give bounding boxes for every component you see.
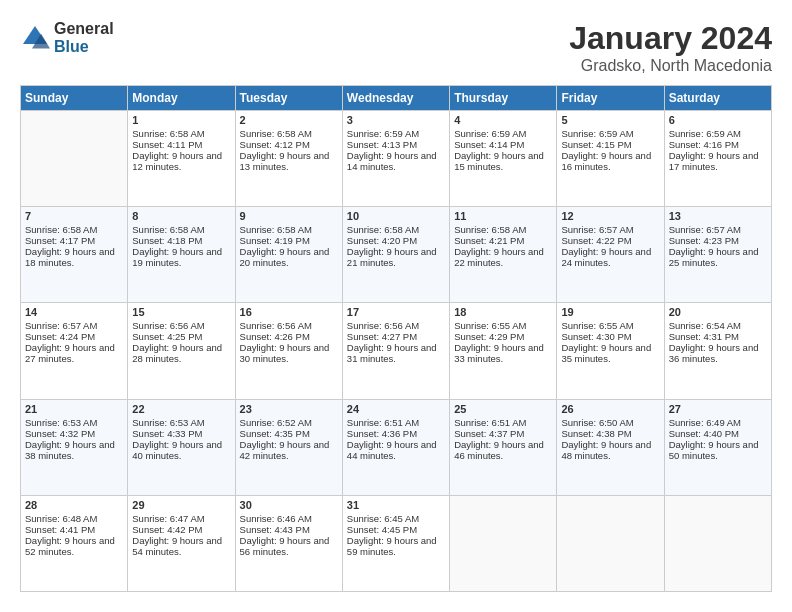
sunset-text: Sunset: 4:24 PM [25, 331, 95, 342]
calendar-header-thursday: Thursday [450, 86, 557, 111]
day-number: 4 [454, 114, 552, 126]
sunset-text: Sunset: 4:17 PM [25, 235, 95, 246]
daylight-text: Daylight: 9 hours and 28 minutes. [132, 342, 222, 364]
sunrise-text: Sunrise: 6:59 AM [347, 128, 419, 139]
sunrise-text: Sunrise: 6:59 AM [669, 128, 741, 139]
day-number: 23 [240, 403, 338, 415]
sunrise-text: Sunrise: 6:50 AM [561, 417, 633, 428]
daylight-text: Daylight: 9 hours and 35 minutes. [561, 342, 651, 364]
day-number: 17 [347, 306, 445, 318]
sunset-text: Sunset: 4:31 PM [669, 331, 739, 342]
daylight-text: Daylight: 9 hours and 52 minutes. [25, 535, 115, 557]
calendar-cell: 12 Sunrise: 6:57 AM Sunset: 4:22 PM Dayl… [557, 207, 664, 303]
calendar-cell: 30 Sunrise: 6:46 AM Sunset: 4:43 PM Dayl… [235, 495, 342, 591]
logo-icon [20, 23, 50, 53]
daylight-text: Daylight: 9 hours and 44 minutes. [347, 439, 437, 461]
calendar-cell: 23 Sunrise: 6:52 AM Sunset: 4:35 PM Dayl… [235, 399, 342, 495]
daylight-text: Daylight: 9 hours and 31 minutes. [347, 342, 437, 364]
daylight-text: Daylight: 9 hours and 14 minutes. [347, 150, 437, 172]
daylight-text: Daylight: 9 hours and 42 minutes. [240, 439, 330, 461]
sunset-text: Sunset: 4:20 PM [347, 235, 417, 246]
calendar-cell: 18 Sunrise: 6:55 AM Sunset: 4:29 PM Dayl… [450, 303, 557, 399]
calendar-header-wednesday: Wednesday [342, 86, 449, 111]
daylight-text: Daylight: 9 hours and 19 minutes. [132, 246, 222, 268]
daylight-text: Daylight: 9 hours and 21 minutes. [347, 246, 437, 268]
daylight-text: Daylight: 9 hours and 12 minutes. [132, 150, 222, 172]
sunset-text: Sunset: 4:25 PM [132, 331, 202, 342]
calendar-cell: 14 Sunrise: 6:57 AM Sunset: 4:24 PM Dayl… [21, 303, 128, 399]
month-title: January 2024 [569, 20, 772, 57]
day-number: 18 [454, 306, 552, 318]
day-number: 1 [132, 114, 230, 126]
calendar-header-saturday: Saturday [664, 86, 771, 111]
calendar-cell: 29 Sunrise: 6:47 AM Sunset: 4:42 PM Dayl… [128, 495, 235, 591]
sunset-text: Sunset: 4:30 PM [561, 331, 631, 342]
sunset-text: Sunset: 4:26 PM [240, 331, 310, 342]
day-number: 24 [347, 403, 445, 415]
title-block: January 2024 Gradsko, North Macedonia [569, 20, 772, 75]
sunrise-text: Sunrise: 6:55 AM [561, 320, 633, 331]
day-number: 22 [132, 403, 230, 415]
day-number: 11 [454, 210, 552, 222]
sunrise-text: Sunrise: 6:52 AM [240, 417, 312, 428]
sunrise-text: Sunrise: 6:47 AM [132, 513, 204, 524]
sunset-text: Sunset: 4:12 PM [240, 139, 310, 150]
sunrise-text: Sunrise: 6:58 AM [25, 224, 97, 235]
sunset-text: Sunset: 4:35 PM [240, 428, 310, 439]
calendar-cell [664, 495, 771, 591]
header: General Blue January 2024 Gradsko, North… [20, 20, 772, 75]
calendar-cell: 11 Sunrise: 6:58 AM Sunset: 4:21 PM Dayl… [450, 207, 557, 303]
sunrise-text: Sunrise: 6:53 AM [25, 417, 97, 428]
calendar-cell: 20 Sunrise: 6:54 AM Sunset: 4:31 PM Dayl… [664, 303, 771, 399]
sunset-text: Sunset: 4:19 PM [240, 235, 310, 246]
day-number: 9 [240, 210, 338, 222]
sunrise-text: Sunrise: 6:53 AM [132, 417, 204, 428]
day-number: 12 [561, 210, 659, 222]
calendar-header-row: SundayMondayTuesdayWednesdayThursdayFrid… [21, 86, 772, 111]
calendar-cell [21, 111, 128, 207]
day-number: 5 [561, 114, 659, 126]
calendar-cell: 9 Sunrise: 6:58 AM Sunset: 4:19 PM Dayli… [235, 207, 342, 303]
day-number: 15 [132, 306, 230, 318]
day-number: 16 [240, 306, 338, 318]
sunset-text: Sunset: 4:36 PM [347, 428, 417, 439]
calendar-week-row: 7 Sunrise: 6:58 AM Sunset: 4:17 PM Dayli… [21, 207, 772, 303]
calendar-week-row: 21 Sunrise: 6:53 AM Sunset: 4:32 PM Dayl… [21, 399, 772, 495]
calendar-cell: 27 Sunrise: 6:49 AM Sunset: 4:40 PM Dayl… [664, 399, 771, 495]
calendar-cell: 28 Sunrise: 6:48 AM Sunset: 4:41 PM Dayl… [21, 495, 128, 591]
calendar-cell [557, 495, 664, 591]
day-number: 3 [347, 114, 445, 126]
sunrise-text: Sunrise: 6:45 AM [347, 513, 419, 524]
day-number: 31 [347, 499, 445, 511]
day-number: 13 [669, 210, 767, 222]
calendar-header-monday: Monday [128, 86, 235, 111]
daylight-text: Daylight: 9 hours and 59 minutes. [347, 535, 437, 557]
day-number: 27 [669, 403, 767, 415]
daylight-text: Daylight: 9 hours and 24 minutes. [561, 246, 651, 268]
sunset-text: Sunset: 4:43 PM [240, 524, 310, 535]
calendar-cell: 8 Sunrise: 6:58 AM Sunset: 4:18 PM Dayli… [128, 207, 235, 303]
calendar-cell: 5 Sunrise: 6:59 AM Sunset: 4:15 PM Dayli… [557, 111, 664, 207]
sunset-text: Sunset: 4:33 PM [132, 428, 202, 439]
day-number: 30 [240, 499, 338, 511]
day-number: 19 [561, 306, 659, 318]
daylight-text: Daylight: 9 hours and 16 minutes. [561, 150, 651, 172]
day-number: 25 [454, 403, 552, 415]
sunrise-text: Sunrise: 6:58 AM [132, 224, 204, 235]
sunset-text: Sunset: 4:22 PM [561, 235, 631, 246]
daylight-text: Daylight: 9 hours and 18 minutes. [25, 246, 115, 268]
day-number: 20 [669, 306, 767, 318]
logo-blue: Blue [54, 38, 114, 56]
day-number: 10 [347, 210, 445, 222]
sunrise-text: Sunrise: 6:56 AM [240, 320, 312, 331]
sunset-text: Sunset: 4:18 PM [132, 235, 202, 246]
daylight-text: Daylight: 9 hours and 36 minutes. [669, 342, 759, 364]
day-number: 14 [25, 306, 123, 318]
sunrise-text: Sunrise: 6:51 AM [347, 417, 419, 428]
calendar-cell: 6 Sunrise: 6:59 AM Sunset: 4:16 PM Dayli… [664, 111, 771, 207]
sunset-text: Sunset: 4:38 PM [561, 428, 631, 439]
calendar-cell: 16 Sunrise: 6:56 AM Sunset: 4:26 PM Dayl… [235, 303, 342, 399]
daylight-text: Daylight: 9 hours and 38 minutes. [25, 439, 115, 461]
calendar-week-row: 1 Sunrise: 6:58 AM Sunset: 4:11 PM Dayli… [21, 111, 772, 207]
sunrise-text: Sunrise: 6:59 AM [454, 128, 526, 139]
